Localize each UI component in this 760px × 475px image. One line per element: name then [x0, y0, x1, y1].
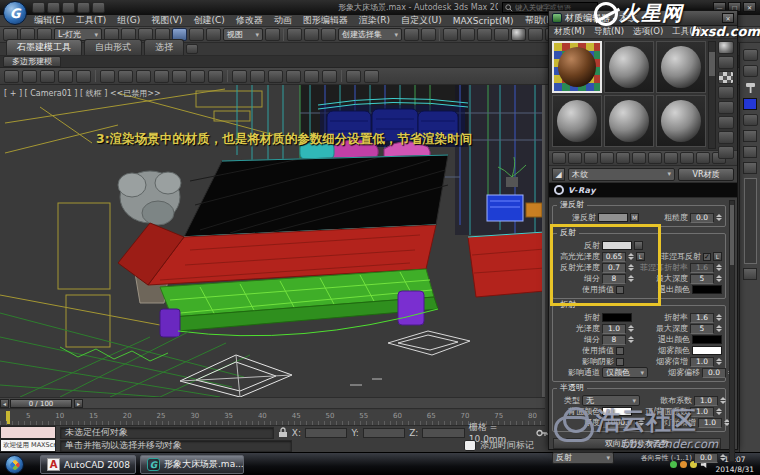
menu-customize[interactable]: 自定义(U) — [401, 14, 442, 27]
reset-map-icon[interactable] — [600, 152, 614, 164]
reflect-color-swatch[interactable] — [602, 241, 632, 250]
open-file-icon[interactable] — [47, 2, 60, 13]
spinner[interactable] — [638, 419, 644, 426]
background-icon[interactable] — [718, 71, 734, 84]
time-slider[interactable]: ◂ 0 / 100 ▸ — [0, 397, 545, 409]
options-icon[interactable] — [718, 131, 734, 144]
diffuse-map-button[interactable]: M — [630, 213, 639, 222]
menu-group[interactable]: 组(G) — [117, 14, 140, 27]
percent-snap-icon[interactable] — [321, 28, 336, 41]
close-button[interactable]: ✕ — [743, 2, 756, 12]
fresnel-ior-field[interactable]: 1.6 — [690, 263, 714, 273]
layer-manager-icon[interactable] — [443, 28, 458, 41]
spinner[interactable] — [716, 264, 722, 271]
select-and-scale-icon[interactable] — [206, 28, 221, 41]
panel-button[interactable] — [743, 146, 757, 158]
brdf-rollout-header[interactable]: 双向反射分布函数 — [553, 438, 721, 449]
previous-frame-icon[interactable]: ◂ — [0, 399, 9, 408]
spinner[interactable] — [716, 314, 722, 321]
save-file-icon[interactable] — [62, 2, 75, 13]
menu-rendering[interactable]: 渲染(R) — [359, 14, 390, 27]
pick-material-dropper-icon[interactable]: ◢ — [552, 168, 565, 181]
roughness-field[interactable]: 0.0 — [690, 213, 714, 223]
hilight-lock-button[interactable]: L — [636, 252, 645, 261]
subdivs-field[interactable]: 8 — [602, 274, 626, 284]
spinner[interactable] — [716, 275, 722, 282]
affect-channels-combo[interactable]: 仅颜色▾ — [602, 367, 648, 378]
me-menu-options[interactable]: 选项(O) — [633, 26, 663, 38]
ribbon-icon[interactable] — [304, 70, 319, 83]
camera-viewport[interactable]: [ + ] [ Camera01 ] [ 线框 ] <<已禁用>> 3:渲染场景… — [0, 85, 545, 397]
start-button[interactable] — [5, 455, 24, 474]
sample-slot[interactable] — [604, 41, 654, 93]
video-color-check-icon[interactable] — [718, 101, 734, 114]
ribbon-icon[interactable] — [322, 70, 337, 83]
show-end-result-icon[interactable] — [680, 152, 694, 164]
ribbon-icon[interactable] — [346, 70, 361, 83]
taskbar-item-autocad[interactable]: A AutoCAD 2008 — [40, 455, 136, 474]
color-swatch-blue[interactable] — [743, 98, 757, 110]
spinner[interactable] — [716, 214, 722, 221]
snap-toggle-icon[interactable] — [287, 28, 302, 41]
sample-tiling-icon[interactable] — [718, 86, 734, 99]
max-depth-field[interactable]: 5 — [690, 274, 714, 284]
sample-type-icon[interactable] — [718, 41, 734, 54]
fwd-back-coeff-field[interactable]: 1.0 — [690, 407, 714, 417]
use-interpolation-checkbox[interactable] — [616, 286, 624, 294]
refract-color-swatch[interactable] — [602, 313, 632, 322]
put-to-library-icon[interactable] — [632, 152, 646, 164]
ribbon-icon[interactable] — [208, 70, 223, 83]
utilities-hammer-icon[interactable] — [744, 81, 757, 94]
ribbon-icon[interactable] — [4, 70, 19, 83]
sample-slot[interactable] — [656, 41, 706, 93]
me-menu-material[interactable]: 材质(M) — [554, 26, 585, 38]
refract-subdivs-field[interactable]: 8 — [602, 335, 626, 345]
menu-edit[interactable]: 编辑(E) — [34, 14, 65, 27]
refract-interpolation-checkbox[interactable] — [616, 347, 624, 355]
new-scene-icon[interactable] — [32, 2, 45, 13]
spinner[interactable] — [628, 264, 634, 271]
sample-slot[interactable] — [656, 95, 706, 147]
y-coordinate-field[interactable] — [363, 428, 405, 438]
material-editor-icon[interactable] — [511, 28, 526, 41]
fog-color-swatch[interactable] — [692, 346, 722, 355]
spinner[interactable] — [628, 336, 634, 343]
back-color-swatch[interactable] — [602, 407, 632, 416]
render-setup-icon[interactable] — [528, 28, 543, 41]
viewport-label[interactable]: [ + ] [ Camera01 ] [ 线框 ] <<已禁用>> — [4, 88, 161, 99]
selection-lock-icon[interactable] — [278, 427, 288, 438]
refract-exit-color-swatch[interactable] — [692, 335, 722, 344]
time-tag-icon[interactable] — [464, 440, 476, 451]
command-panel-tab-icon[interactable] — [743, 49, 758, 61]
fresnel-lock-button[interactable]: L — [713, 252, 722, 261]
go-to-parent-icon[interactable] — [696, 152, 710, 164]
reflect-map-button[interactable] — [634, 241, 643, 250]
auto-key-icon[interactable] — [536, 428, 548, 438]
ribbon-icon[interactable] — [286, 70, 301, 83]
track-bar[interactable]: 5101520253035404550556065707580 — [0, 410, 545, 426]
menu-create[interactable]: 创建(C) — [193, 14, 224, 27]
ribbon-icon[interactable] — [268, 70, 283, 83]
reflect-glossiness-field[interactable]: 0.7 — [602, 263, 626, 273]
spinner[interactable] — [716, 358, 722, 365]
ribbon-icon[interactable] — [232, 70, 247, 83]
ribbon-icon[interactable] — [172, 70, 187, 83]
undo-icon[interactable] — [77, 2, 90, 13]
menu-animation[interactable]: 动画 — [274, 14, 292, 27]
ribbon-icon[interactable] — [154, 70, 169, 83]
make-preview-icon[interactable] — [718, 116, 734, 129]
sample-slot[interactable] — [604, 95, 654, 147]
anisotropy-field[interactable]: 0.0 — [694, 453, 718, 463]
ribbon-icon[interactable] — [364, 70, 379, 83]
ribbon-icon[interactable] — [76, 70, 91, 83]
spinner[interactable] — [628, 253, 634, 260]
ribbon-icon[interactable] — [22, 70, 37, 83]
backlight-icon[interactable] — [718, 56, 734, 69]
panel-dropdown-icon[interactable] — [743, 114, 758, 126]
panel-listbox[interactable] — [744, 178, 757, 264]
ribbon-icon[interactable] — [40, 70, 55, 83]
sample-slot-wood-selected[interactable] — [552, 41, 602, 93]
put-to-scene-icon[interactable] — [568, 152, 582, 164]
show-map-in-viewport-icon[interactable] — [664, 152, 678, 164]
sample-slot[interactable] — [552, 95, 602, 147]
